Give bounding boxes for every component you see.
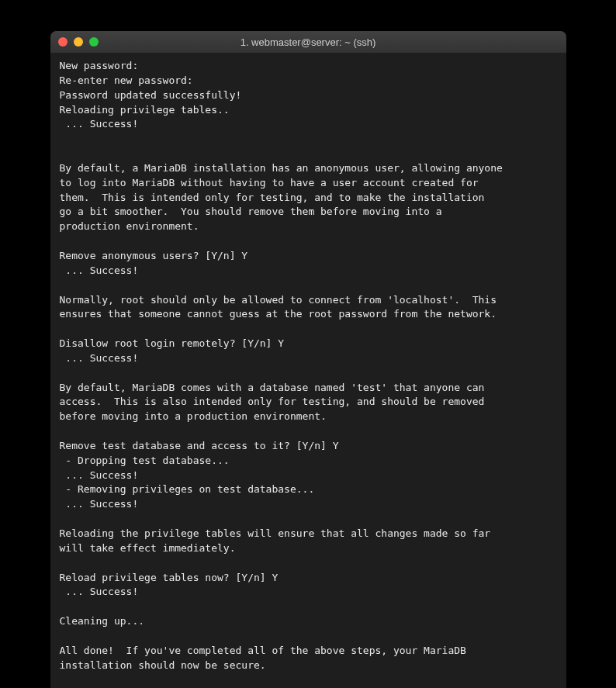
terminal-window: 1. webmaster@server: ~ (ssh) New passwor… xyxy=(50,31,566,688)
terminal-output[interactable]: New password: Re-enter new password: Pas… xyxy=(50,53,566,688)
window-titlebar[interactable]: 1. webmaster@server: ~ (ssh) xyxy=(50,31,566,53)
window-title: 1. webmaster@server: ~ (ssh) xyxy=(50,36,566,48)
maximize-icon[interactable] xyxy=(89,37,99,47)
minimize-icon[interactable] xyxy=(74,37,83,47)
close-icon[interactable] xyxy=(58,37,67,47)
traffic-lights xyxy=(58,37,99,47)
